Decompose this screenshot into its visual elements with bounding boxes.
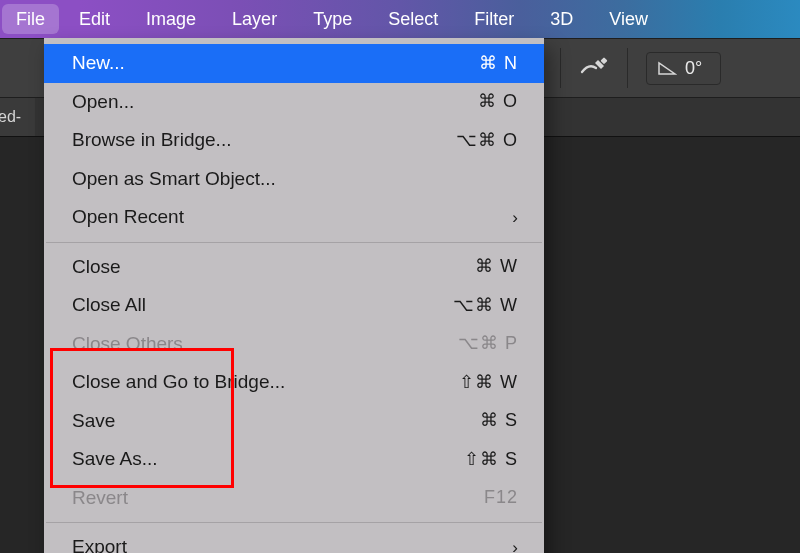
options-divider [560, 48, 561, 88]
menu-view[interactable]: View [591, 0, 666, 38]
menu-filter-label: Filter [474, 9, 514, 30]
menu-item-save-as[interactable]: Save As... ⇧⌘ S [44, 440, 544, 479]
menu-item-label: Close Others [72, 330, 428, 359]
menu-item-export[interactable]: Export › [44, 528, 544, 553]
menu-separator [46, 242, 542, 243]
menu-item-revert: Revert F12 [44, 479, 544, 518]
menu-item-label: Browse in Bridge... [72, 126, 428, 155]
menu-item-shortcut: ⌘ O [428, 88, 518, 115]
menu-item-shortcut: ⌘ W [428, 253, 518, 280]
document-tab[interactable]: ed- [0, 98, 35, 136]
menu-item-close[interactable]: Close ⌘ W [44, 248, 544, 287]
sample-eyedropper-icon[interactable] [579, 55, 609, 81]
menu-3d[interactable]: 3D [532, 0, 591, 38]
menu-item-label: Close [72, 253, 428, 282]
svg-rect-0 [600, 57, 607, 64]
menu-select[interactable]: Select [370, 0, 456, 38]
menubar: p File Edit Image Layer Type Select Filt… [0, 0, 800, 38]
menu-item-label: Export [72, 533, 500, 553]
menu-item-close-all[interactable]: Close All ⌥⌘ W [44, 286, 544, 325]
menu-image[interactable]: Image [128, 0, 214, 38]
menu-item-shortcut: ⌥⌘ O [428, 127, 518, 154]
menu-item-label: Open as Smart Object... [72, 165, 428, 194]
menu-item-shortcut: ⌘ N [428, 50, 518, 77]
menu-type-label: Type [313, 9, 352, 30]
chevron-right-icon: › [500, 535, 518, 554]
menu-file[interactable]: File [2, 4, 59, 34]
menu-item-label: Close and Go to Bridge... [72, 368, 428, 397]
menu-item-new[interactable]: New... ⌘ N [44, 44, 544, 83]
menu-layer-label: Layer [232, 9, 277, 30]
menu-type[interactable]: Type [295, 0, 370, 38]
menu-item-label: Close All [72, 291, 428, 320]
menu-item-label: Revert [72, 484, 428, 513]
menu-view-label: View [609, 9, 648, 30]
file-menu-dropdown: New... ⌘ N Open... ⌘ O Browse in Bridge.… [44, 38, 544, 553]
menu-item-label: New... [72, 49, 428, 78]
menu-item-shortcut: ⌥⌘ W [428, 292, 518, 319]
rotation-angle-field[interactable]: 0° [646, 52, 721, 85]
menu-item-close-others: Close Others ⌥⌘ P [44, 325, 544, 364]
menu-item-shortcut: ⇧⌘ W [428, 369, 518, 396]
menu-edit-label: Edit [79, 9, 110, 30]
menu-item-shortcut: ⌘ S [428, 407, 518, 434]
menu-file-label: File [16, 9, 45, 30]
menu-item-label: Save As... [72, 445, 428, 474]
menu-image-label: Image [146, 9, 196, 30]
angle-icon [657, 60, 677, 76]
menu-filter[interactable]: Filter [456, 0, 532, 38]
menu-item-close-and-go-to-bridge[interactable]: Close and Go to Bridge... ⇧⌘ W [44, 363, 544, 402]
menu-item-open-recent[interactable]: Open Recent › [44, 198, 544, 237]
rotation-angle-value: 0° [685, 58, 702, 79]
menu-item-save[interactable]: Save ⌘ S [44, 402, 544, 441]
menu-item-shortcut: ⌥⌘ P [428, 330, 518, 357]
menu-select-label: Select [388, 9, 438, 30]
menu-item-shortcut: ⇧⌘ S [428, 446, 518, 473]
menu-edit[interactable]: Edit [61, 0, 128, 38]
menu-layer[interactable]: Layer [214, 0, 295, 38]
menu-item-open[interactable]: Open... ⌘ O [44, 83, 544, 122]
menu-item-label: Save [72, 407, 428, 436]
menu-item-label: Open Recent [72, 203, 500, 232]
menu-item-open-as-smart-object[interactable]: Open as Smart Object... [44, 160, 544, 199]
document-tab-label: ed- [0, 108, 21, 126]
menu-3d-label: 3D [550, 9, 573, 30]
options-divider [627, 48, 628, 88]
menu-item-shortcut: F12 [428, 484, 518, 511]
menu-separator [46, 522, 542, 523]
menu-item-browse-in-bridge[interactable]: Browse in Bridge... ⌥⌘ O [44, 121, 544, 160]
chevron-right-icon: › [500, 205, 518, 231]
menu-item-label: Open... [72, 88, 428, 117]
